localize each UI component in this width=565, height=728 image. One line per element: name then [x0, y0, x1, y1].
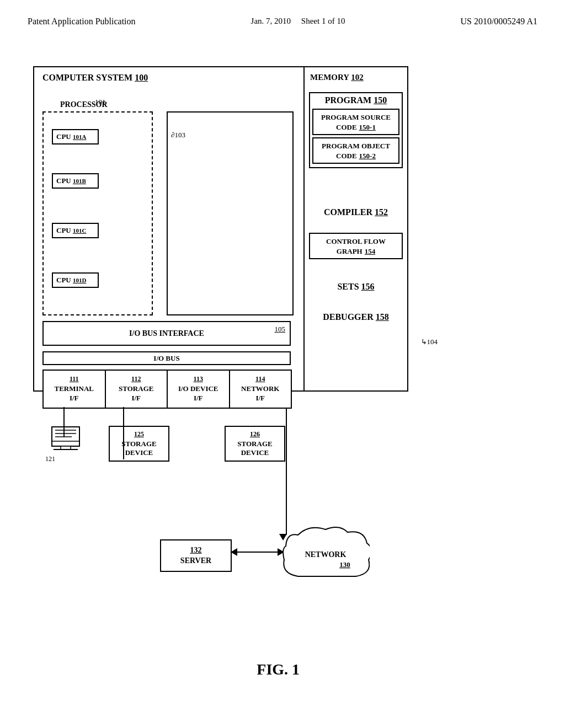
cpu-101b-box: CPU 101B: [52, 173, 99, 189]
svg-text:NETWORK: NETWORK: [305, 550, 347, 559]
svg-text:130: 130: [339, 560, 350, 569]
cpu-101d-box: CPU 101D: [52, 272, 99, 288]
pub-number: US 2010/0005249 A1: [460, 17, 537, 26]
network-arrow-line: [286, 408, 287, 535]
sets-label: SETS 156: [309, 280, 403, 294]
io-device-if-box: 113 I/O DEVICEI/F: [167, 370, 230, 409]
pub-date: Jan. 7, 2010: [251, 17, 291, 25]
program-object-box: PROGRAM OBJECT CODE 150-2: [312, 137, 399, 164]
computer-system-label: COMPUTER SYSTEM 100: [42, 73, 148, 83]
sheet-info: Sheet 1 of 10: [301, 17, 345, 25]
storage-device-126-box: 126 STORAGEDEVICE: [225, 426, 285, 462]
publication-type: Patent Application Publication: [28, 17, 136, 26]
storage-if-box: 112 STORAGEI/F: [105, 370, 168, 409]
cpu-101a-box: CPU 101A: [52, 129, 99, 144]
header-center: Jan. 7, 2010 Sheet 1 of 10: [251, 17, 345, 26]
network-cloud-svg: NETWORK 130: [281, 524, 370, 585]
debugger-label: DEBUGGER 158: [309, 310, 403, 324]
io-bus-box: I/O BUS: [42, 351, 291, 365]
terminal-group: 121: [42, 426, 81, 463]
cpu-101c-box: CPU 101C: [52, 223, 99, 238]
terminal-if-box: 111 TERMINALI/F: [42, 370, 106, 409]
memory-label: MEMORY 102: [310, 73, 364, 82]
storage-device-125-group: 125 STORAGEDEVICE: [109, 426, 169, 463]
storage-device-125-box: 125 STORAGEDEVICE: [109, 426, 169, 462]
ref-101: 101: [95, 98, 106, 106]
cfg-box: CONTROL FLOW GRAPH 154: [309, 233, 403, 259]
bus-103-box: [167, 111, 294, 315]
server-arrow-left: [231, 548, 237, 556]
network-if-box: 114 NETWORKI/F: [229, 370, 292, 409]
network-cloud-group: NETWORK 130: [281, 524, 370, 587]
io-bus-interface-box: I/O BUS INTERFACE 105: [42, 321, 291, 346]
diagram-area: COMPUTER SYSTEM 100 PROCESSOR CPU 101A C…: [33, 66, 532, 684]
memory-box: MEMORY 102 PROGRAM 150 PROGRAM SOURCE CO…: [303, 66, 408, 392]
ref-104: ↳104: [421, 338, 438, 346]
storage-devices-section: 121 125 STORAGEDEVICE 126 STORAGEDEVICE: [42, 426, 285, 463]
fig-label: FIG. 1: [257, 661, 300, 678]
server-box: 132 SERVER: [160, 539, 232, 572]
storage-device-126-group: 126 STORAGEDEVICE: [225, 426, 285, 463]
ref-103: ∂103: [171, 131, 185, 140]
terminal-icon: [51, 426, 81, 453]
program-source-box: PROGRAM SOURCE CODE 150-1: [312, 109, 399, 135]
server-network-hline: [234, 552, 279, 553]
storage-vline: [123, 407, 124, 459]
header-right: US 2010/0005249 A1: [460, 17, 537, 26]
page-header: Patent Application Publication Jan. 7, 2…: [0, 0, 565, 32]
processor-box: PROCESSOR CPU 101A CPU 101B CPU 101C CPU…: [42, 111, 153, 315]
interface-boxes-row: 111 TERMINALI/F 112 STORAGEI/F 113 I/O D…: [42, 370, 291, 409]
compiler-label: COMPILER 152: [309, 205, 403, 220]
ref-121-label: 121: [45, 455, 55, 463]
program-box: PROGRAM 150 PROGRAM SOURCE CODE 150-1 PR…: [309, 92, 403, 168]
terminal-svg: [51, 426, 81, 451]
terminal-vline: [63, 407, 65, 437]
header-left: Patent Application Publication: [28, 17, 136, 26]
